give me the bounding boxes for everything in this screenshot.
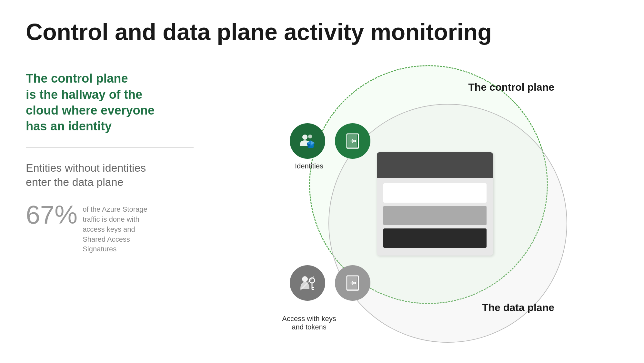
diagram-wrapper: The control plane The data plane: [225, 59, 612, 349]
door-icon-gray-circle: [335, 265, 370, 301]
control-plane-label: The control plane: [468, 81, 554, 93]
svg-point-18: [354, 282, 356, 284]
green-line3: cloud where everyone: [26, 104, 155, 117]
stat-number: 67%: [26, 202, 77, 228]
green-line1: The control plane: [26, 72, 128, 85]
access-keys-icon-circle: [290, 265, 325, 301]
data-plane-label: The data plane: [482, 302, 554, 314]
resource-box-row2: [383, 206, 487, 225]
green-text: The control plane is the hallway of the …: [26, 71, 194, 135]
identities-icon-circle: [290, 123, 325, 159]
green-line4: has an identity: [26, 119, 112, 133]
access-keys-label-text: Access with keysand tokens: [282, 315, 336, 331]
stat-row: 67% of the Azure Storage traffic is done…: [26, 202, 194, 254]
identities-label: Identities: [287, 162, 332, 170]
content-area: The control plane is the hallway of the …: [26, 64, 618, 343]
door-green-icon: [343, 131, 362, 151]
svg-point-9: [302, 276, 308, 282]
svg-point-0: [302, 135, 307, 140]
resource-box-row1: [383, 183, 487, 203]
stat-description: of the Azure Storage traffic is done wit…: [83, 205, 154, 254]
resource-box-row3: [383, 228, 487, 248]
page-title: Control and data plane activity monitori…: [26, 19, 618, 45]
green-text-block: The control plane is the hallway of the …: [26, 71, 194, 135]
right-panel: The control plane The data plane: [194, 64, 618, 343]
access-keys-icon: [298, 273, 317, 293]
svg-point-1: [308, 135, 312, 138]
resource-box-header: [377, 152, 493, 178]
svg-point-8: [354, 140, 356, 142]
resource-box: [377, 152, 493, 256]
green-line2: is the hallway of the: [26, 88, 142, 101]
door-gray-icon: [343, 273, 362, 293]
door-icon-green-circle: [335, 123, 370, 159]
section-divider: [26, 147, 194, 148]
page-container: Control and data plane activity monitori…: [0, 0, 644, 363]
people-icon: [298, 131, 317, 151]
data-plane-subtitle: Entities without identitiesenter the dat…: [26, 161, 194, 189]
access-keys-label: Access with keysand tokens: [278, 315, 340, 331]
left-panel: The control plane is the hallway of the …: [26, 64, 194, 343]
